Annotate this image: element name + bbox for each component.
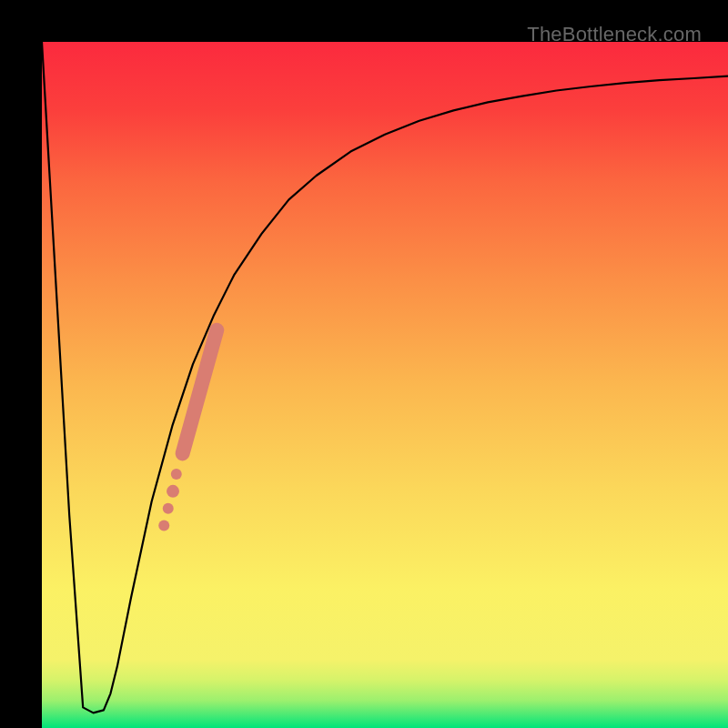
chart-frame: TheBottleneck.com xyxy=(0,0,728,728)
highlight-dot xyxy=(171,469,182,480)
gradient-rect xyxy=(42,42,728,728)
highlight-dot xyxy=(158,521,169,531)
highlight-dot xyxy=(167,485,179,498)
highlight-dot xyxy=(163,503,174,514)
plot-area xyxy=(42,42,728,728)
watermark-text: TheBottleneck.com xyxy=(527,23,702,46)
